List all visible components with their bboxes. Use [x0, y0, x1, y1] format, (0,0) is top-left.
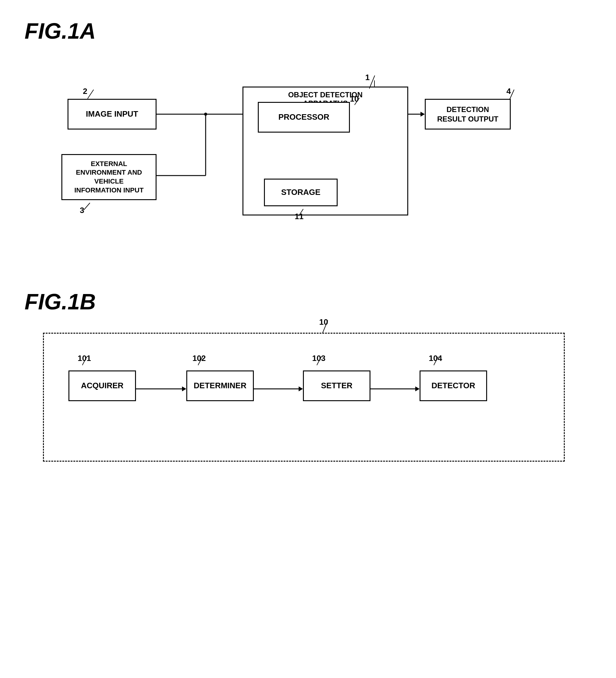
fig1b-section: FIG.1B 10 101: [25, 289, 591, 462]
svg-line-26: [317, 356, 321, 365]
fig1a-title: FIG.1A: [25, 18, 591, 44]
svg-marker-19: [182, 386, 186, 391]
fig1a-section: FIG.1A IMAGE INPUT: [25, 18, 591, 252]
svg-line-24: [82, 356, 87, 365]
acquirer-box: ACQUIRER: [69, 371, 136, 401]
ext-env-box: EXTERNALENVIRONMENT ANDVEHICLEINFORMATIO…: [62, 154, 157, 200]
ref-2: 2: [83, 86, 87, 96]
svg-marker-23: [415, 386, 420, 391]
svg-point-4: [204, 113, 207, 116]
processor-box: PROCESSOR: [258, 102, 350, 133]
image-input-box: IMAGE INPUT: [68, 99, 157, 129]
svg-line-14: [354, 98, 359, 105]
setter-box: SETTER: [303, 371, 371, 401]
svg-line-17: [322, 321, 328, 334]
fig1b-title: FIG.1B: [25, 289, 591, 314]
svg-marker-21: [299, 386, 303, 391]
svg-line-25: [198, 356, 202, 365]
storage-box: STORAGE: [264, 179, 338, 206]
svg-marker-6: [421, 112, 425, 117]
svg-line-15: [299, 209, 303, 216]
fig1b-outer-box: 101 ACQUIRER 102 DETERMINER: [43, 333, 565, 462]
detection-result-box: DETECTIONRESULT OUTPUT: [425, 99, 511, 129]
svg-line-27: [434, 356, 438, 365]
detector-box: DETECTOR: [420, 371, 487, 401]
svg-line-12: [84, 203, 90, 210]
svg-line-11: [87, 89, 93, 99]
fig1a-diagram: IMAGE INPUT 2 EXTERNALENVIRONMENT ANDVEH…: [43, 62, 595, 252]
svg-line-16: [509, 89, 514, 100]
determiner-box: DETERMINER: [186, 371, 254, 401]
svg-line-13: [369, 76, 375, 89]
